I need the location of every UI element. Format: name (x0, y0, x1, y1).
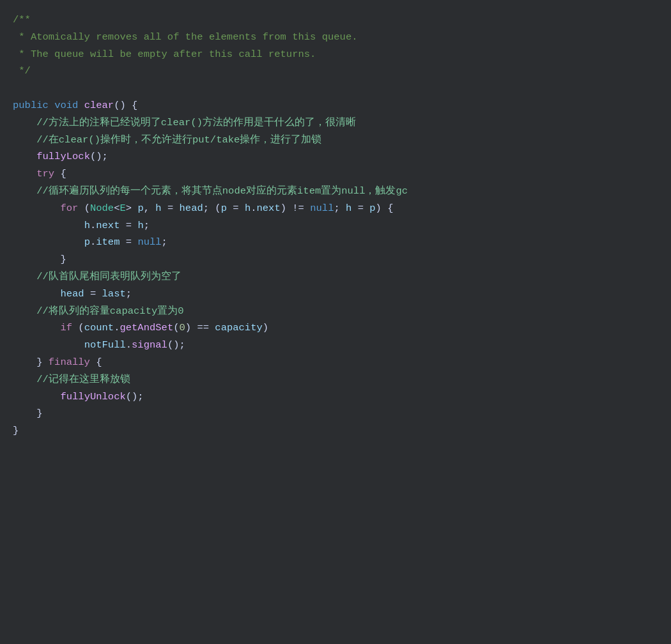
line-22: //记得在这里释放锁 (0, 371, 671, 388)
line-25: } (0, 422, 671, 440)
line-24: } (0, 405, 671, 422)
line-18: //将队列的容量capacity置为0 (0, 303, 671, 320)
line-23: fullyUnlock(); (0, 388, 671, 406)
line-15: } (0, 251, 671, 268)
line-16: //队首队尾相同表明队列为空了 (0, 268, 671, 286)
line-10: try { (0, 165, 671, 183)
line-19: if (count.getAndSet(0) == capacity) (0, 319, 671, 337)
line-7: //方法上的注释已经说明了clear()方法的作用是干什么的了，很清晰 (0, 114, 671, 132)
line-20: notFull.signal(); (0, 337, 671, 354)
line-8: //在clear()操作时，不允许进行put/take操作，进行了加锁 (0, 132, 671, 149)
line-21: } finally { (0, 354, 671, 371)
line-17: head = last; (0, 286, 671, 303)
line-14: p.item = null; (0, 234, 671, 251)
line-5 (0, 80, 671, 97)
line-11: //循环遍历队列的每一个元素，将其节点node对应的元素item置为null，触… (0, 183, 671, 200)
code-editor: /** * Atomically removes all of the elem… (0, 0, 671, 644)
line-4: */ (0, 63, 671, 80)
line-12: for (Node<E> p, h = head; (p = h.next) !… (0, 200, 671, 217)
line-1: /** (0, 12, 671, 29)
line-6: public void clear() { (0, 97, 671, 114)
line-9: fullyLock(); (0, 148, 671, 165)
line-2: * Atomically removes all of the elements… (0, 29, 671, 46)
line-13: h.next = h; (0, 217, 671, 234)
line-3: * The queue will be empty after this cal… (0, 46, 671, 63)
